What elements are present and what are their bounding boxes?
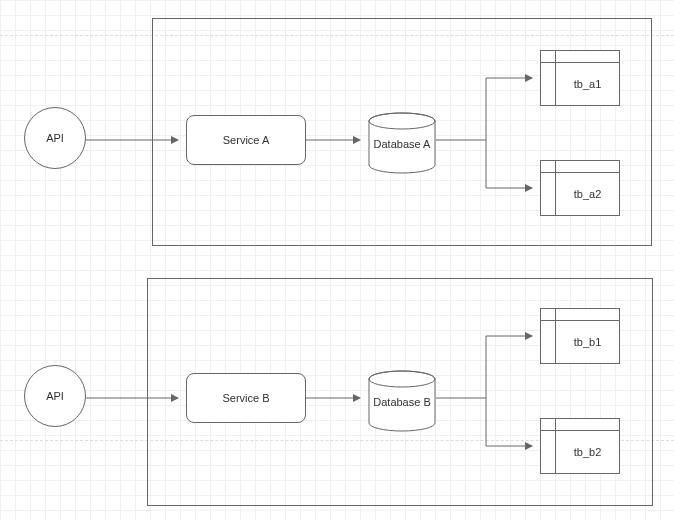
table-tb-b2-label: tb_b2 bbox=[574, 446, 602, 458]
service-a-label: Service A bbox=[223, 134, 269, 146]
service-b-box: Service B bbox=[186, 373, 306, 423]
api-label-bottom: API bbox=[46, 390, 64, 402]
database-a-label: Database A bbox=[374, 138, 431, 151]
api-node-bottom: API bbox=[24, 365, 86, 427]
table-tb-b1: tb_b1 bbox=[540, 308, 620, 364]
service-a-box: Service A bbox=[186, 115, 306, 165]
service-b-label: Service B bbox=[222, 392, 269, 404]
api-label-top: API bbox=[46, 132, 64, 144]
table-tb-b1-label: tb_b1 bbox=[574, 336, 602, 348]
database-b: Database B bbox=[368, 370, 436, 432]
table-tb-a2-label: tb_a2 bbox=[574, 188, 602, 200]
table-tb-a1-label: tb_a1 bbox=[574, 78, 602, 90]
database-a: Database A bbox=[368, 112, 436, 174]
table-tb-a2: tb_a2 bbox=[540, 160, 620, 216]
table-tb-a1: tb_a1 bbox=[540, 50, 620, 106]
database-b-label: Database B bbox=[373, 396, 430, 409]
table-tb-b2: tb_b2 bbox=[540, 418, 620, 474]
api-node-top: API bbox=[24, 107, 86, 169]
